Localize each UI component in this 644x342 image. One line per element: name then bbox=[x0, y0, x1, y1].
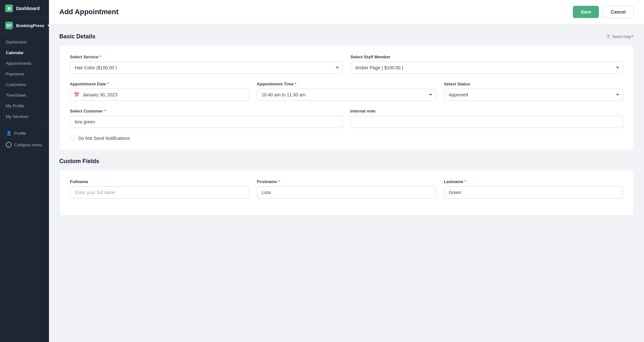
basic-details-header: Basic Details ? Need help? bbox=[59, 33, 634, 40]
select-service-wrapper: Hair Color ($100.00 ) bbox=[70, 62, 343, 74]
service-staff-row: Select Service * Hair Color ($100.00 ) S… bbox=[70, 54, 623, 74]
select-service-input[interactable]: Hair Color ($100.00 ) bbox=[70, 62, 343, 74]
firstname-required-star: * bbox=[278, 179, 280, 184]
help-icon: ? bbox=[606, 34, 611, 39]
main-content: Add Appointment Save Cancel Basic Detail… bbox=[49, 0, 644, 342]
select-staff-wrapper: Amber Page ( $100.00 ) bbox=[351, 62, 623, 74]
appointments-label: Appointments bbox=[6, 61, 32, 66]
collapse-label: Collapse menu bbox=[14, 142, 42, 147]
page-title: Add Appointment bbox=[59, 8, 119, 16]
page-content: Basic Details ? Need help? Select Servic… bbox=[49, 24, 644, 342]
select-time-input[interactable]: 10:40 am to 11:30 am bbox=[257, 89, 436, 101]
custom-fields-header: Custom Fields bbox=[59, 158, 634, 165]
fullname-input[interactable] bbox=[70, 186, 249, 199]
internal-note-label: Internal note bbox=[351, 109, 623, 113]
internal-note-input[interactable] bbox=[351, 116, 623, 128]
sidebar: ⊞ Dashboard BP BookingPress Dashboard Ca… bbox=[0, 0, 49, 342]
sidebar-item-profile[interactable]: 👤 Profile bbox=[0, 127, 49, 139]
select-status-input[interactable]: Approved bbox=[444, 89, 623, 101]
do-not-notify-label: Do Not Send Notifications bbox=[78, 136, 130, 141]
save-button[interactable]: Save bbox=[573, 6, 599, 18]
sidebar-item-timesheet[interactable]: TimeSheet bbox=[0, 90, 49, 101]
sidebar-brand[interactable]: BP BookingPress bbox=[0, 17, 49, 34]
sidebar-item-payments[interactable]: Payments bbox=[0, 69, 49, 79]
calendar-label: Calendar bbox=[6, 50, 24, 55]
need-help-label: Need help? bbox=[612, 34, 634, 39]
sidebar-divider bbox=[0, 124, 49, 125]
date-time-status-row: Appointment Date * 📅 Appointment Time * bbox=[70, 82, 623, 101]
header-actions: Save Cancel bbox=[573, 6, 634, 18]
app-name: Dashboard bbox=[16, 6, 40, 11]
select-staff-label: Select Staff Member bbox=[351, 54, 623, 59]
select-customer-input[interactable] bbox=[70, 116, 343, 128]
sidebar-item-appointments[interactable]: Appointments bbox=[0, 58, 49, 69]
sidebar-item-customers[interactable]: Customers bbox=[0, 79, 49, 90]
select-customer-group: Select Customer * bbox=[70, 109, 343, 128]
sidebar-item-dashboard[interactable]: Dashboard bbox=[0, 37, 49, 47]
service-required-star: * bbox=[100, 54, 101, 59]
firstname-group: Firstname * bbox=[257, 179, 436, 199]
internal-note-group: Internal note bbox=[351, 109, 623, 128]
appointment-time-label: Appointment Time * bbox=[257, 82, 436, 86]
lastname-required-star: * bbox=[465, 179, 466, 184]
firstname-label: Firstname * bbox=[257, 179, 436, 184]
basic-details-card: Select Service * Hair Color ($100.00 ) S… bbox=[59, 45, 634, 150]
payments-label: Payments bbox=[6, 72, 24, 76]
date-input-wrapper: 📅 bbox=[70, 89, 249, 101]
lastname-group: Lastname * bbox=[444, 179, 623, 199]
select-service-group: Select Service * Hair Color ($100.00 ) bbox=[70, 54, 343, 74]
custom-fields-card: Fullname Firstname * Lastname * bbox=[59, 170, 634, 216]
appointment-date-label: Appointment Date * bbox=[70, 82, 249, 86]
firstname-input[interactable] bbox=[257, 186, 436, 199]
custom-fields-title: Custom Fields bbox=[59, 158, 99, 165]
brand-name: BookingPress bbox=[16, 23, 44, 28]
appointment-time-group: Appointment Time * 10:40 am to 11:30 am bbox=[257, 82, 436, 101]
sidebar-item-calendar[interactable]: Calendar bbox=[0, 47, 49, 58]
sidebar-collapse-button[interactable]: ← Collapse menu bbox=[0, 139, 49, 151]
appointment-date-input[interactable] bbox=[70, 89, 249, 101]
my-profile-label: My Profile bbox=[6, 103, 24, 108]
lastname-input[interactable] bbox=[444, 186, 623, 199]
do-not-notify-checkbox[interactable] bbox=[70, 136, 75, 141]
sidebar-item-my-profile[interactable]: My Profile bbox=[0, 101, 49, 111]
customers-label: Customers bbox=[6, 82, 26, 87]
select-staff-group: Select Staff Member Amber Page ( $100.00… bbox=[351, 54, 623, 74]
customer-required-star: * bbox=[104, 109, 106, 113]
page-header: Add Appointment Save Cancel bbox=[49, 0, 644, 24]
cancel-button[interactable]: Cancel bbox=[603, 6, 634, 18]
select-service-label: Select Service * bbox=[70, 54, 343, 59]
timesheet-label: TimeSheet bbox=[6, 93, 26, 98]
appointment-date-group: Appointment Date * 📅 bbox=[70, 82, 249, 101]
profile-label: Profile bbox=[14, 131, 26, 136]
app-icon: ⊞ bbox=[5, 5, 13, 12]
brand-icon: BP bbox=[5, 22, 13, 29]
select-customer-label: Select Customer * bbox=[70, 109, 343, 113]
need-help-link[interactable]: ? Need help? bbox=[606, 34, 634, 39]
select-status-label: Select Status bbox=[444, 82, 623, 86]
my-services-label: My Services bbox=[6, 114, 29, 119]
sidebar-nav: Dashboard Calendar Appointments Payments… bbox=[0, 34, 49, 342]
customer-note-row: Select Customer * Internal note bbox=[70, 109, 623, 128]
select-staff-input[interactable]: Amber Page ( $100.00 ) bbox=[351, 62, 623, 74]
person-icon: 👤 bbox=[6, 130, 12, 136]
select-status-wrapper: Approved bbox=[444, 89, 623, 101]
time-required-star: * bbox=[295, 82, 296, 86]
collapse-icon: ← bbox=[6, 142, 12, 148]
do-not-notify-row: Do Not Send Notifications bbox=[70, 136, 623, 141]
select-time-wrapper: 10:40 am to 11:30 am bbox=[257, 89, 436, 101]
fullname-group: Fullname bbox=[70, 179, 249, 199]
select-status-group: Select Status Approved bbox=[444, 82, 623, 101]
name-fields-row: Fullname Firstname * Lastname * bbox=[70, 179, 623, 199]
fullname-label: Fullname bbox=[70, 179, 249, 184]
dashboard-label: Dashboard bbox=[6, 40, 26, 44]
basic-details-title: Basic Details bbox=[59, 33, 95, 40]
sidebar-item-my-services[interactable]: My Services bbox=[0, 111, 49, 122]
date-required-star: * bbox=[107, 82, 109, 86]
lastname-label: Lastname * bbox=[444, 179, 623, 184]
sidebar-app-header[interactable]: ⊞ Dashboard bbox=[0, 0, 49, 17]
